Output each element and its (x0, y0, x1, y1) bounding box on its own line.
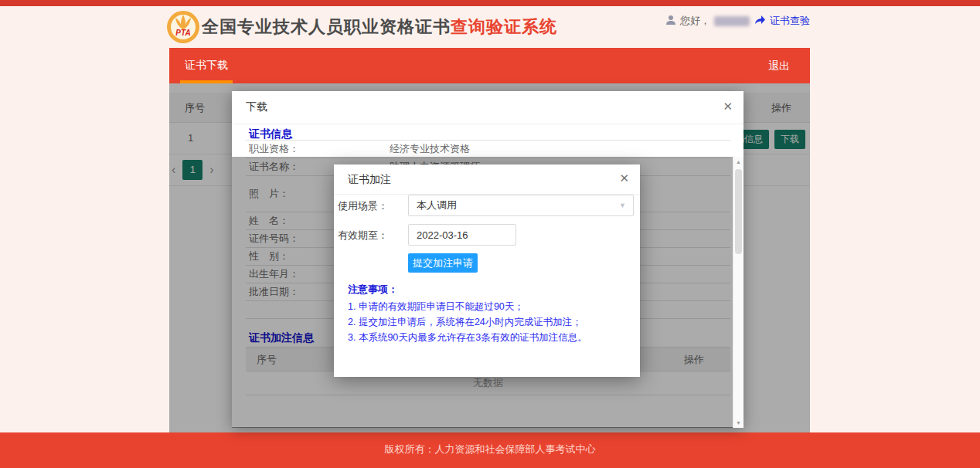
cert-label: 职业资格： (246, 142, 390, 156)
scrollbar-down-icon[interactable]: ▼ (733, 420, 744, 426)
header: PTA 全国专业技术人员职业资格证书查询验证系统 您好， 证书查验 (169, 6, 810, 48)
pta-logo-icon: PTA (166, 10, 200, 44)
valid-until-label: 有效期至： (334, 229, 388, 242)
submit-annotation-button[interactable]: 提交加注申请 (408, 253, 478, 273)
annotation-modal-title: 证书加注 (348, 173, 391, 187)
copyright-text: 版权所有：人力资源和社会保障部人事考试中心 (0, 432, 980, 456)
main-nav: 证书下载 退出 (169, 48, 810, 83)
title-accent: 查询验证系统 (451, 17, 557, 36)
top-red-strip (0, 0, 980, 6)
scene-select-value: 本人调用 (417, 199, 457, 211)
notes-title: 注意事项： (348, 283, 398, 297)
note-line-2: 2. 提交加注申请后，系统将在24小时内完成证书加注； (348, 316, 582, 329)
cert-value: 经济专业技术资格 (390, 142, 730, 156)
annotation-modal-header: 证书加注 ✕ (334, 164, 640, 195)
user-icon (665, 15, 676, 28)
valid-until-input[interactable] (408, 224, 516, 246)
tab-cert-download[interactable]: 证书下载 (180, 48, 233, 83)
svg-text:PTA: PTA (175, 29, 190, 37)
user-info: 您好， 证书查验 (665, 14, 810, 28)
page-title: 全国专业技术人员职业资格证书查询验证系统 (202, 15, 557, 39)
download-modal-title: 下载 (246, 100, 267, 114)
greeting-text: 您好， (680, 14, 710, 28)
scene-label: 使用场景： (334, 199, 388, 213)
download-modal-close-icon[interactable]: ✕ (723, 100, 733, 114)
annotation-modal: 证书加注 ✕ 使用场景： 本人调用 ▼ 有效期至： 提交加注申请 注意事项： 1… (334, 164, 640, 377)
note-line-1: 1. 申请的有效期距申请日不能超过90天； (348, 300, 524, 314)
footer: 版权所有：人力资源和社会保障部人事考试中心 (0, 432, 980, 468)
user-name-redacted (714, 16, 750, 26)
title-main: 全国专业技术人员职业资格证书 (202, 17, 451, 36)
chevron-down-icon: ▼ (619, 195, 626, 215)
cert-row-qualification: 职业资格： 经济专业技术资格 (246, 141, 730, 158)
cert-verify-link[interactable]: 证书查验 (770, 14, 810, 28)
scene-select[interactable]: 本人调用 ▼ (408, 195, 634, 216)
share-arrow-icon (754, 15, 766, 27)
logout-button[interactable]: 退出 (768, 48, 790, 83)
scrollbar-thumb[interactable] (735, 169, 742, 254)
app-window: PTA 全国专业技术人员职业资格证书查询验证系统 您好， 证书查验 证书下载 退… (0, 0, 980, 468)
modal-scrollbar[interactable]: ▲ ▼ (733, 157, 744, 428)
note-line-3: 3. 本系统90天内最多允许存在3条有效的证书加注信息。 (348, 331, 587, 344)
download-modal-header: 下载 ✕ (232, 91, 744, 124)
annotation-modal-close-icon[interactable]: ✕ (619, 171, 629, 185)
scrollbar-up-icon[interactable]: ▲ (733, 159, 744, 164)
